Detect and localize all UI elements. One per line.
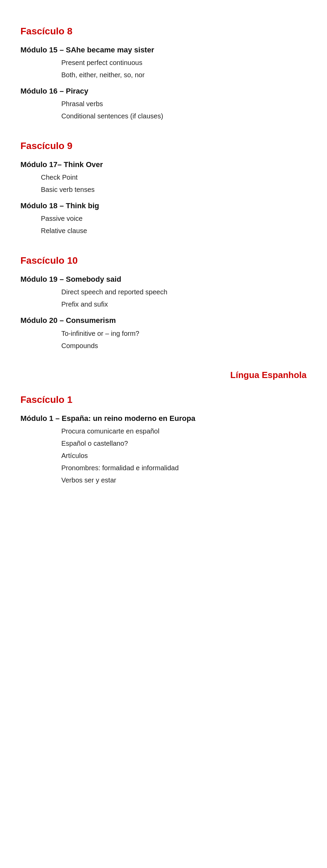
module-18-item-2: Relative clause <box>41 225 307 236</box>
lingua-espanhola-label: Língua Espanhola <box>20 368 307 382</box>
fascicle-10-section: Fascículo 10 Módulo 19 – Somebody said D… <box>20 253 307 351</box>
module-16-title: Módulo 16 – Piracy <box>20 85 307 97</box>
module-18-title: Módulo 18 – Think big <box>20 200 307 212</box>
module-20-item-1: To-infinitive or – ing form? <box>61 328 307 339</box>
module-1-item-3: Artículos <box>61 450 307 461</box>
module-1-item-1: Procura comunicarte en español <box>61 426 307 437</box>
module-17-item-2: Basic verb tenses <box>41 184 307 195</box>
module-19-item-2: Prefix and sufix <box>61 299 307 310</box>
fascicle-9-title: Fascículo 9 <box>20 138 307 154</box>
module-19-item-1: Direct speech and reported speech <box>61 286 307 297</box>
module-15-title: Módulo 15 – SAhe became may sister <box>20 44 307 56</box>
module-20-title: Módulo 20 – Consumerism <box>20 314 307 326</box>
module-20-item-2: Compounds <box>61 340 307 351</box>
module-1-item-2: Español o castellano? <box>61 438 307 449</box>
fascicle-8-title: Fascículo 8 <box>20 24 307 39</box>
module-19-title: Módulo 19 – Somebody said <box>20 273 307 285</box>
fascicle-9-section: Fascículo 9 Módulo 17– Think Over Check … <box>20 138 307 236</box>
module-17-item-1: Check Point <box>41 172 307 183</box>
fascicle-10-title: Fascículo 10 <box>20 253 307 268</box>
fascicle-1-section: Fascículo 1 Módulo 1 – España: un reino … <box>20 392 307 486</box>
module-16-item-1: Phrasal verbs <box>61 98 307 109</box>
fascicle-1-title: Fascículo 1 <box>20 392 307 408</box>
module-1-title: Módulo 1 – España: un reino moderno en E… <box>20 412 307 424</box>
module-16-item-2: Conditional sentences (if clauses) <box>61 111 307 121</box>
module-15-item-2: Both, either, neither, so, nor <box>61 69 307 80</box>
module-1-item-5: Verbos ser y estar <box>61 475 307 486</box>
module-18-item-1: Passive voice <box>41 213 307 224</box>
module-17-title: Módulo 17– Think Over <box>20 159 307 170</box>
module-1-item-4: Pronombres: formalidad e informalidad <box>61 462 307 473</box>
module-15-item-1: Present perfect continuous <box>61 57 307 68</box>
fascicle-8-section: Fascículo 8 Módulo 15 – SAhe became may … <box>20 24 307 121</box>
